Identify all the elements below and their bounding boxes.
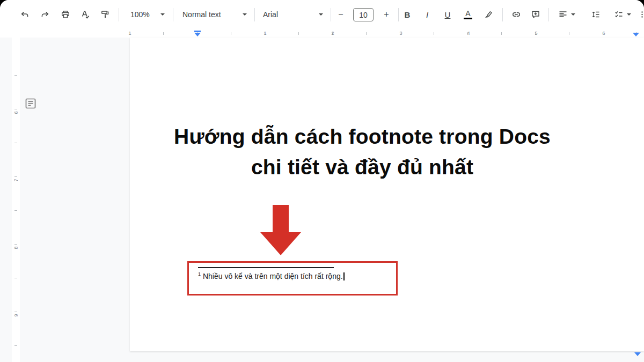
footnote-content: Nhiều vô kể và trên một diện tích rất rộ… [203, 272, 343, 280]
ruler-number: 4 [466, 31, 471, 36]
link-icon [511, 10, 521, 19]
line-spacing-button[interactable] [588, 7, 603, 22]
document-outline-icon [24, 97, 37, 110]
ruler-number: 5 [533, 31, 539, 36]
bullet-list-icon [640, 10, 644, 19]
text-color-bar [464, 18, 472, 19]
toolbar-separator [119, 8, 119, 21]
text-color-letter: A [465, 10, 470, 17]
horizontal-ruler[interactable]: 1 1 2 3 4 5 6 [0, 29, 644, 38]
underline-button[interactable]: U [440, 7, 455, 22]
first-line-indent-marker[interactable] [194, 31, 201, 32]
ruler-number: 3 [398, 31, 404, 36]
chevron-down-icon [627, 13, 631, 16]
print-button[interactable] [58, 7, 73, 22]
checklist-selector[interactable] [611, 7, 634, 22]
ruler-number: 8 [12, 244, 20, 252]
toolbar-separator [331, 8, 331, 21]
paragraph-style-selector[interactable]: Normal text [179, 7, 250, 22]
toolbar: 100% Normal text Arial − 10 + B I [0, 0, 644, 29]
paragraph-style-value: Normal text [182, 10, 221, 19]
document-title: Hướng dẫn cách footnote trong Docs chi t… [130, 121, 595, 182]
ruler-number: 9 [12, 312, 20, 320]
bold-button[interactable]: B [400, 7, 415, 22]
bulleted-list-button[interactable] [638, 7, 644, 22]
chevron-down-icon [160, 13, 165, 16]
footnote-number: 1 [198, 271, 201, 277]
toolbar-separator [502, 8, 503, 21]
ruler-number: 2 [330, 31, 335, 36]
ruler-number: 6 [12, 109, 20, 117]
align-selector[interactable] [555, 7, 579, 22]
line-spacing-icon [591, 10, 601, 19]
right-indent-marker[interactable] [633, 33, 639, 36]
ruler-number: 6 [601, 31, 606, 36]
footnote-separator-line [198, 267, 334, 268]
left-indent-triangle [194, 33, 201, 36]
undo-icon [20, 10, 30, 19]
red-arrow-head-icon [260, 232, 301, 255]
title-line-2: chi tiết và đầy đủ nhất [130, 152, 595, 182]
google-docs-app: 100% Normal text Arial − 10 + B I [0, 0, 644, 362]
text-color-icon: A [464, 10, 472, 19]
text-color-button[interactable]: A [460, 7, 475, 22]
spellcheck-icon [80, 10, 90, 19]
ruler-number: 7 [12, 176, 20, 184]
font-size-value: 10 [359, 11, 368, 19]
highlight-icon [484, 10, 493, 19]
underline-icon: U [445, 11, 451, 19]
insert-link-button[interactable] [509, 7, 524, 22]
font-value: Arial [263, 10, 278, 19]
redo-button[interactable] [38, 7, 53, 22]
zoom-value: 100% [130, 10, 150, 19]
italic-button[interactable]: I [420, 7, 435, 22]
redo-icon [40, 10, 50, 19]
right-indent-triangle [633, 33, 639, 36]
red-arrow-icon [273, 205, 289, 233]
toolbar-separator [173, 8, 173, 21]
text-cursor [343, 272, 345, 280]
show-outline-button[interactable] [24, 97, 38, 110]
bottom-right-marker [634, 352, 641, 356]
blue-triangle-icon [634, 352, 641, 356]
toolbar-separator [398, 8, 399, 21]
title-line-1: Hướng dẫn cách footnote trong Docs [130, 121, 595, 152]
font-size-decrease-button[interactable]: − [333, 7, 348, 22]
ruler-number: 1 [127, 31, 133, 36]
toolbar-separator [254, 8, 255, 21]
chevron-down-icon [319, 13, 323, 16]
ruler-ticks [130, 32, 644, 35]
footnote-highlight-box: 1 Nhiều vô kể và trên một diện tích rất … [187, 261, 398, 295]
chevron-down-icon [571, 13, 575, 16]
add-comment-button[interactable] [528, 7, 543, 22]
font-size-input[interactable]: 10 [353, 8, 374, 21]
font-selector[interactable]: Arial [260, 7, 326, 22]
paint-format-button[interactable] [98, 7, 113, 22]
ruler-number: 1 [262, 31, 268, 36]
checklist-icon [614, 10, 624, 19]
minus-icon: − [338, 10, 343, 19]
left-indent-marker[interactable] [194, 31, 201, 36]
add-comment-icon [531, 10, 540, 19]
italic-icon: I [426, 11, 428, 19]
highlight-color-button[interactable] [481, 7, 496, 22]
align-left-icon [558, 10, 568, 19]
footnote-text[interactable]: 1 Nhiều vô kể và trên một diện tích rất … [198, 271, 345, 280]
zoom-selector[interactable]: 100% [127, 7, 168, 22]
print-icon [61, 10, 70, 19]
paint-format-icon [100, 10, 110, 19]
toolbar-separator [548, 8, 549, 21]
undo-button[interactable] [17, 7, 32, 22]
vertical-ruler[interactable]: 6 7 8 9 10 [12, 38, 20, 362]
spellcheck-button[interactable] [78, 7, 93, 22]
document-page[interactable]: Hướng dẫn cách footnote trong Docs chi t… [130, 38, 644, 351]
chevron-down-icon [243, 13, 247, 16]
bold-icon: B [405, 11, 411, 19]
font-size-increase-button[interactable]: + [379, 7, 394, 22]
plus-icon: + [384, 10, 389, 19]
